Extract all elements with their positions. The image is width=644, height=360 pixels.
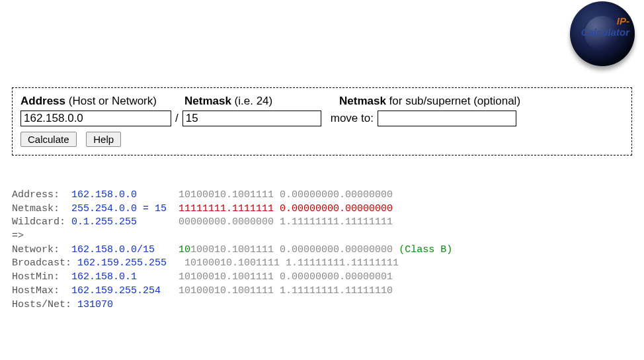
logo-text-line1: IP- [617,15,629,26]
address-label: Address (Host or Network) [20,95,181,108]
address-input[interactable] [20,111,171,126]
optional-netmask-input[interactable] [378,111,516,126]
moveto-label: move to: [331,112,374,125]
netmask-input[interactable] [182,111,321,126]
slash-separator: / [171,112,182,125]
logo-text-line2: Calculator [581,27,629,38]
help-button[interactable]: Help [86,132,121,147]
calculator-form: Address (Host or Network) Netmask (i.e. … [12,87,632,156]
optional-netmask-label: Netmask for sub/supernet (optional) [339,95,624,108]
results-block: Address: 162.158.0.0 10100010.1001111 0.… [12,189,452,312]
calculate-button[interactable]: Calculate [20,132,77,147]
logo: IP- Calculator [570,1,635,66]
logo-text: IP- Calculator [581,16,629,38]
netmask-label: Netmask (i.e. 24) [184,95,330,108]
